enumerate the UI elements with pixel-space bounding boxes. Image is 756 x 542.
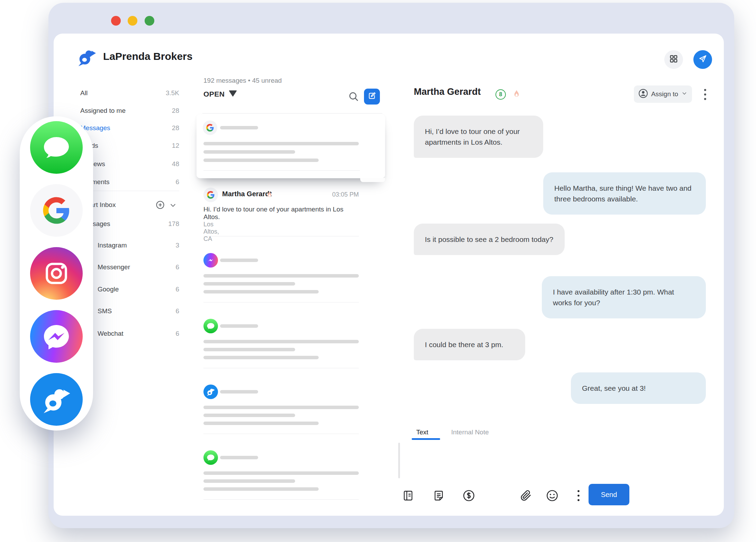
imessage-icon <box>30 121 83 174</box>
skeleton-name <box>220 456 258 459</box>
messages-summary: 192 messages • 45 unread <box>203 77 282 84</box>
messenger-icon <box>30 310 83 363</box>
conversation-card-elevated[interactable] <box>197 114 385 178</box>
podium-bird-icon <box>30 373 83 426</box>
send-button[interactable]: Send <box>589 484 629 505</box>
sidebar-channel-sms[interactable]: SMS 6 <box>98 306 179 317</box>
sidebar-item-all[interactable]: All 3.5K <box>80 88 179 99</box>
skeleton-name <box>220 126 258 129</box>
contact-name: Martha Gerardt <box>222 190 272 198</box>
imessage-icon <box>203 319 218 333</box>
skeleton-line <box>203 356 319 359</box>
sidebar-item-leads[interactable]: Leads 12 <box>80 141 179 151</box>
sidebar-channel-webchat[interactable]: Webchat 6 <box>98 329 179 339</box>
skeleton-line <box>203 406 359 409</box>
sidebar-channel-instagram[interactable]: Instagram 3 <box>98 241 179 251</box>
contact-location: Los Altos, CA <box>203 221 219 243</box>
skeleton-line <box>203 142 359 145</box>
compose-icon <box>367 91 376 102</box>
chat-bubble-outgoing: Hello Martha, sure thing! We have two an… <box>543 172 706 215</box>
hot-lead-flame-icon <box>265 190 274 200</box>
sidebar-channel-messages[interactable]: Messages 178 <box>80 219 179 229</box>
lead-score-badge: 8 <box>495 89 506 100</box>
count-badge: 6 <box>175 330 179 337</box>
skeleton-name <box>220 390 258 394</box>
chat-bubble-incoming: I could be there at 3 pm. <box>414 329 525 360</box>
count-badge: 28 <box>172 107 179 115</box>
chat-contact-name: Martha Gerardt <box>414 87 481 97</box>
minimize-button[interactable] <box>128 16 137 26</box>
more-options-kebab[interactable] <box>572 489 585 503</box>
send-campaign-button[interactable] <box>693 50 712 69</box>
card-divider <box>203 170 360 171</box>
note-template-button[interactable] <box>432 489 446 503</box>
zoom-button[interactable] <box>145 16 154 26</box>
person-icon <box>638 89 648 100</box>
skeleton-line <box>203 471 359 475</box>
skeleton-name <box>220 324 258 328</box>
count-badge: 28 <box>172 124 179 132</box>
chat-bubble-incoming: Is it possible to see a 2 bedroom today? <box>414 224 565 255</box>
hot-lead-flame-icon <box>511 89 522 100</box>
payment-request-button[interactable] <box>462 489 476 503</box>
podium-bird-icon <box>203 385 218 399</box>
list-divider <box>203 302 359 302</box>
chat-bubble-outgoing: I have availability after 1:30 pm. What … <box>542 276 706 318</box>
sidebar-divider <box>80 191 179 191</box>
sidebar-section-smart-inbox[interactable]: Smart Inbox <box>80 200 179 210</box>
add-inbox-icon[interactable] <box>155 200 165 211</box>
list-divider <box>203 434 359 434</box>
skeleton-line <box>203 487 319 491</box>
search-button[interactable] <box>348 91 359 102</box>
paper-plane-icon <box>698 54 707 65</box>
attachment-button[interactable] <box>519 489 533 503</box>
skeleton-line <box>203 422 319 425</box>
count-badge: 3.5K <box>166 89 179 97</box>
count-badge: 6 <box>175 286 179 293</box>
list-divider <box>203 368 359 368</box>
skeleton-line <box>203 414 295 417</box>
imessage-icon <box>203 450 218 465</box>
sidebar-item-assigned-to-me[interactable]: Assigned to me 28 <box>80 106 179 116</box>
count-badge: 6 <box>175 263 179 271</box>
chevron-down-icon[interactable] <box>170 202 176 210</box>
google-icon <box>203 188 218 202</box>
chat-bubble-incoming: Hi, I’d love to tour one of your apartme… <box>414 116 543 158</box>
assign-to-button[interactable]: Assign to <box>634 85 692 103</box>
close-button[interactable] <box>111 16 121 26</box>
emoji-button[interactable] <box>545 489 559 503</box>
google-icon <box>203 120 217 135</box>
chat-options-kebab[interactable] <box>701 87 709 102</box>
count-badge: 6 <box>175 307 179 315</box>
sidebar-item-reviews[interactable]: Reviews 48 <box>80 159 179 170</box>
chat-bubble-outgoing: Great, see you at 3! <box>571 372 706 404</box>
scrollbar-thumb[interactable] <box>398 443 400 478</box>
messenger-icon <box>203 253 218 268</box>
tab-internal-note[interactable]: Internal Note <box>451 428 489 436</box>
sidebar-channel-messenger[interactable]: Messenger 6 <box>98 262 179 273</box>
tab-text[interactable]: Text <box>416 428 428 436</box>
page: LaPrenda Brokers All 3.5K Assigned to me… <box>0 0 756 542</box>
skeleton-line <box>203 340 359 343</box>
skeleton-name <box>220 259 258 262</box>
skeleton-line <box>203 282 295 286</box>
layout-templates-button[interactable] <box>401 489 415 503</box>
count-badge: 178 <box>168 220 179 228</box>
sidebar-item-messages[interactable]: Messages 28 <box>80 123 179 134</box>
list-divider <box>203 236 359 236</box>
count-badge: 6 <box>175 178 179 186</box>
list-divider <box>203 499 359 500</box>
message-preview: Hi. I’d love to tour one of your apartme… <box>203 206 360 221</box>
apps-grid-button[interactable] <box>664 50 683 69</box>
page-title: LaPrenda Brokers <box>103 51 192 62</box>
count-badge: 48 <box>172 160 179 168</box>
compose-button[interactable] <box>364 89 380 105</box>
status-filter-dropdown[interactable]: OPEN <box>203 90 237 98</box>
sidebar-channel-google[interactable]: Google 6 <box>98 284 179 295</box>
list-divider <box>202 113 382 114</box>
podium-bird-logo-icon <box>76 46 98 68</box>
sidebar-item-payments[interactable]: Payments 6 <box>80 177 179 188</box>
google-icon <box>30 184 83 237</box>
skeleton-line <box>203 290 319 293</box>
chevron-down-icon <box>681 90 687 98</box>
